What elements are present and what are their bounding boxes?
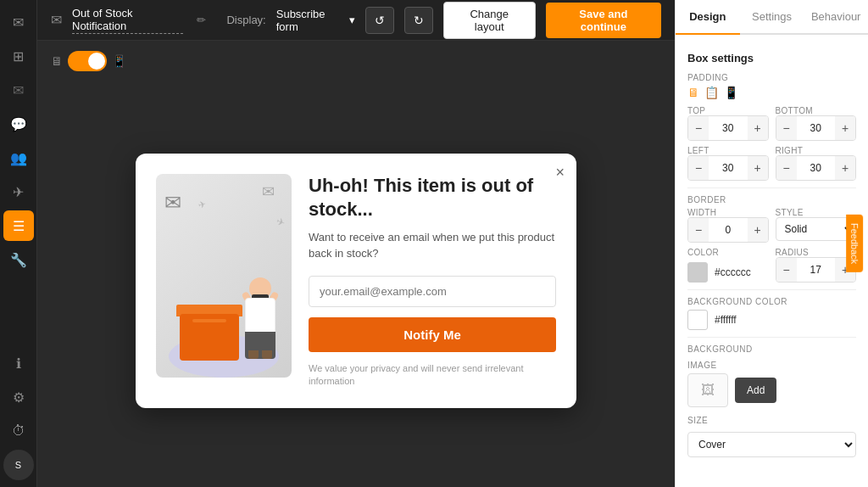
padding-left-col: LEFT − + bbox=[687, 146, 769, 181]
sidebar-icon-mail[interactable]: ✉ bbox=[3, 7, 34, 37]
sidebar-icon-chat[interactable]: 💬 bbox=[3, 109, 34, 139]
canvas-area: 🖥 📱 × ✉ ✉ ✈ ✈ bbox=[37, 41, 675, 487]
border-color-swatch[interactable] bbox=[687, 262, 708, 283]
padding-bottom-col: BOTTOM − + bbox=[776, 106, 857, 141]
popup-card: × ✉ ✉ ✈ ✈ bbox=[136, 154, 576, 409]
top-label: TOP bbox=[687, 106, 769, 115]
sidebar-icon-email2[interactable]: ✉ bbox=[3, 75, 34, 105]
padding-bottom-minus[interactable]: − bbox=[776, 116, 797, 140]
close-icon[interactable]: × bbox=[555, 164, 565, 182]
sidebar-icon-list[interactable]: ☰ bbox=[3, 210, 34, 241]
redo-button[interactable]: ↻ bbox=[404, 7, 433, 34]
person-body bbox=[245, 298, 275, 335]
image-icon: 🖼 bbox=[701, 383, 715, 398]
padding-top-bottom: TOP − + BOTTOM − + bbox=[687, 106, 856, 141]
paper3-icon: ✈ bbox=[197, 199, 207, 211]
width-label: WIDTH bbox=[687, 208, 769, 217]
tablet-pad-icon[interactable]: 📋 bbox=[704, 86, 719, 99]
change-layout-button[interactable]: Change layout bbox=[443, 2, 536, 39]
tab-behaviour[interactable]: Behaviour bbox=[804, 0, 868, 35]
feedback-button[interactable]: Feedback bbox=[846, 215, 863, 272]
padding-bottom-plus[interactable]: + bbox=[835, 116, 855, 140]
padding-top-value[interactable] bbox=[709, 122, 748, 134]
size-select[interactable]: Cover Contain Auto bbox=[687, 432, 856, 457]
toggle-knob bbox=[88, 53, 105, 70]
padding-right-value[interactable] bbox=[797, 162, 836, 174]
padding-right-spinner: − + bbox=[776, 155, 857, 181]
sidebar-icon-clock[interactable]: ⏱ bbox=[3, 416, 34, 446]
save-and-continue-button[interactable]: Save and continue bbox=[546, 3, 661, 38]
bg-color-swatch[interactable] bbox=[687, 310, 708, 330]
padding-top-col: TOP − + bbox=[687, 106, 769, 141]
padding-left-spinner: − + bbox=[687, 155, 769, 181]
border-color-col: COLOR #cccccc bbox=[687, 248, 769, 283]
toggle-switch[interactable] bbox=[68, 51, 107, 71]
left-label: LEFT bbox=[687, 146, 769, 155]
border-width-style: WIDTH − + STYLE Solid Dashed Dotted bbox=[687, 208, 856, 243]
desktop-icon: 🖥 bbox=[51, 54, 63, 68]
background-label: BACKGROUND bbox=[687, 344, 856, 354]
desktop-pad-icon[interactable]: 🖥 bbox=[687, 86, 699, 99]
tab-design[interactable]: Design bbox=[676, 0, 740, 35]
display-select[interactable]: Subscribe form ▾ bbox=[276, 8, 355, 33]
padding-top-plus[interactable]: + bbox=[748, 116, 768, 140]
undo-button[interactable]: ↺ bbox=[365, 7, 394, 34]
email-input[interactable] bbox=[309, 276, 556, 307]
mobile-pad-icon[interactable]: 📱 bbox=[724, 86, 738, 99]
right-label: RIGHT bbox=[776, 146, 857, 155]
popup-content: Uh-oh! This item is out of stock... Want… bbox=[309, 174, 556, 389]
sidebar-icon-tool[interactable]: 🔧 bbox=[3, 244, 34, 275]
sidebar-icon-send[interactable]: ✈ bbox=[3, 176, 34, 207]
color-label: COLOR bbox=[687, 248, 769, 257]
tab-settings[interactable]: Settings bbox=[740, 0, 804, 35]
sidebar-icon-sender[interactable]: S bbox=[3, 450, 34, 480]
border-radius-value[interactable] bbox=[797, 264, 836, 276]
right-panel: Design Settings Behaviour Box settings P… bbox=[675, 0, 868, 487]
padding-right-col: RIGHT − + bbox=[776, 146, 857, 181]
divider-2 bbox=[687, 289, 856, 290]
padding-left-minus[interactable]: − bbox=[688, 156, 709, 180]
border-style-select[interactable]: Solid Dashed Dotted bbox=[776, 217, 857, 241]
bg-color-row: #ffffff bbox=[687, 310, 856, 330]
bg-color-label: BACKGROUND COLOR bbox=[687, 297, 856, 306]
sidebar-icon-users[interactable]: 👥 bbox=[3, 143, 34, 173]
padding-right-plus[interactable]: + bbox=[835, 156, 855, 180]
popup-illustration: ✉ ✉ ✈ ✈ bbox=[156, 174, 292, 378]
size-label: SIZE bbox=[687, 416, 856, 425]
box-settings-title: Box settings bbox=[687, 52, 856, 64]
bg-color-hex: #ffffff bbox=[715, 314, 737, 326]
box-body bbox=[180, 314, 239, 361]
add-image-button[interactable]: Add bbox=[735, 378, 776, 403]
sidebar-icon-grid[interactable]: ⊞ bbox=[3, 41, 34, 71]
topbar: ✉ Out of Stock Notification ✏ Display: S… bbox=[37, 0, 675, 41]
padding-left-value[interactable] bbox=[709, 162, 748, 174]
padding-top-minus[interactable]: − bbox=[688, 116, 709, 140]
border-width-plus[interactable]: + bbox=[748, 218, 768, 242]
padding-top-spinner: − + bbox=[687, 115, 769, 141]
sidebar-icon-settings[interactable]: ⚙ bbox=[3, 382, 34, 412]
padding-bottom-spinner: − + bbox=[776, 115, 857, 141]
notify-me-button[interactable]: Notify Me bbox=[309, 317, 556, 352]
image-label: IMAGE bbox=[687, 361, 856, 370]
panel-body: Box settings PADDING 🖥 📋 📱 TOP − + BOTTO… bbox=[676, 35, 868, 469]
box-stripe bbox=[192, 319, 226, 322]
divider-1 bbox=[687, 188, 856, 188]
border-radius-minus[interactable]: − bbox=[776, 258, 797, 282]
padding-left-plus[interactable]: + bbox=[748, 156, 768, 180]
illustration: ✉ ✉ ✈ ✈ bbox=[156, 174, 292, 378]
border-color-hex: #cccccc bbox=[715, 266, 751, 278]
panel-tabs: Design Settings Behaviour bbox=[676, 0, 868, 35]
border-width-value[interactable] bbox=[709, 224, 748, 236]
display-label: Display: bbox=[226, 14, 265, 26]
padding-right-minus[interactable]: − bbox=[776, 156, 797, 180]
border-width-minus[interactable]: − bbox=[688, 218, 709, 242]
mobile-icon: 📱 bbox=[112, 54, 126, 68]
padding-bottom-value[interactable] bbox=[797, 122, 836, 134]
popup-wrapper: × ✉ ✉ ✈ ✈ bbox=[51, 85, 661, 477]
edit-title-icon[interactable]: ✏ bbox=[197, 14, 206, 26]
shoe-left bbox=[248, 350, 259, 359]
radius-label: RADIUS bbox=[776, 248, 857, 257]
border-label: BORDER bbox=[687, 195, 856, 204]
border-radius-spinner: − + bbox=[776, 257, 857, 283]
sidebar-icon-info[interactable]: ℹ bbox=[3, 348, 34, 378]
